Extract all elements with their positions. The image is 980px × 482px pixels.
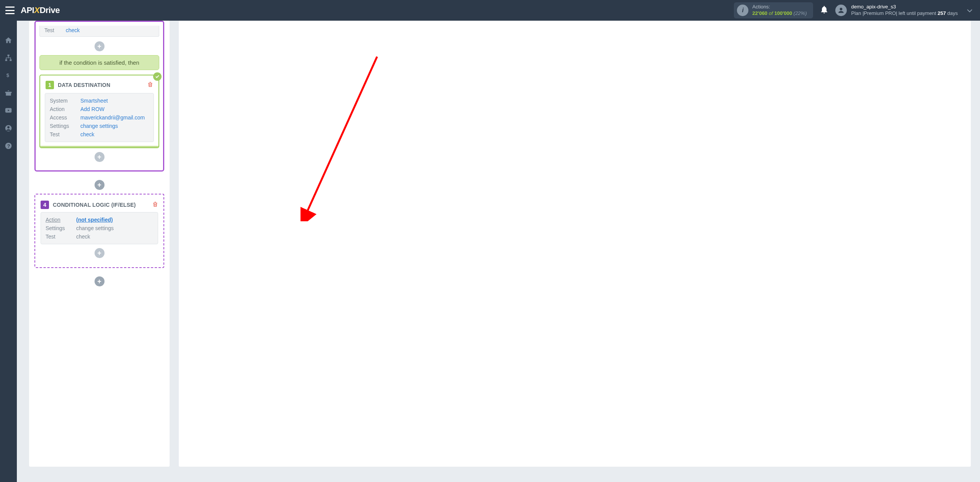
step-number-badge: 4 [41,201,49,209]
actions-pct: (22%) [794,10,807,16]
detail-panel [179,21,971,467]
system-link[interactable]: Smartsheet [80,98,149,104]
row-label: Test [44,27,54,33]
check-badge-icon [153,72,162,81]
menu-toggle[interactable] [5,7,15,14]
user-icon[interactable] [4,124,13,132]
test-link[interactable]: check [76,234,153,240]
settings-link[interactable]: change settings [80,123,149,129]
condition-group-card: Test check + if the condition is satisfi… [34,21,164,172]
actions-current: 22'060 [752,10,767,16]
help-icon[interactable]: ? [4,142,13,150]
logo-api: API [21,5,34,15]
add-step-button[interactable]: + [95,152,105,162]
test-link[interactable]: check [80,131,149,137]
actions-label: Actions: [752,4,807,10]
sitemap-icon[interactable] [4,54,13,62]
field-label: Test [46,234,76,240]
add-group-button[interactable]: + [95,180,105,190]
app-header: APIXDrive i Actions: 22'060 of 100'000 (… [0,0,980,21]
svg-rect-1 [8,55,10,56]
field-label: Settings [50,123,80,129]
actions-counter[interactable]: i Actions: 22'060 of 100'000 (22%) [734,2,813,18]
annotation-arrow [301,53,385,221]
logo-x: X [34,5,39,15]
home-icon[interactable] [4,36,13,44]
condition-label: if the condition is satisfied, then [39,55,159,70]
conditional-fields: Action (not specified) Settings change s… [41,212,158,244]
field-label: Access [50,114,80,121]
user-menu[interactable]: demo_apix-drive_s3 Plan |Premium PRO| le… [835,4,973,17]
destination-fields: System Smartsheet Action Add ROW Access … [45,93,154,142]
info-icon: i [737,5,748,16]
sidebar: $ ? [0,21,17,482]
actions-total: 100'000 [774,10,792,16]
svg-point-7 [7,126,10,129]
svg-line-11 [306,57,377,214]
action-link[interactable]: Add ROW [80,106,149,112]
svg-rect-3 [10,59,11,61]
field-label: Action [46,217,76,223]
logo-drive: Drive [39,5,60,15]
card-title: CONDITIONAL LOGIC (IF/ELSE) [53,202,136,208]
chevron-down-icon [967,7,972,14]
settings-link[interactable]: change settings [76,225,153,231]
user-name: demo_apix-drive_s3 [851,4,958,10]
step-number-badge: 1 [46,81,54,89]
add-step-button[interactable]: + [95,41,105,51]
partial-test-row: Test check [39,26,159,37]
check-link[interactable]: check [66,27,80,33]
flow-panel: Test check + if the condition is satisfi… [29,21,170,467]
field-label: Test [50,131,80,137]
logo[interactable]: APIXDrive [21,5,60,15]
add-group-button[interactable]: + [95,276,105,286]
access-link[interactable]: maverickandrii@gmail.com [80,114,149,121]
conditional-logic-card[interactable]: 4 CONDITIONAL LOGIC (IF/ELSE) Action (no… [34,194,164,268]
delete-button[interactable] [147,81,153,89]
svg-rect-2 [5,59,7,61]
field-label: Settings [46,225,76,231]
field-label: System [50,98,80,104]
field-label: Action [50,106,80,112]
add-step-button[interactable]: + [95,248,105,258]
svg-text:$: $ [7,72,9,78]
briefcase-icon[interactable] [4,89,13,97]
actions-of: of [769,10,773,16]
notifications-icon[interactable] [821,6,828,15]
youtube-icon[interactable] [4,106,13,115]
svg-text:?: ? [7,144,10,149]
delete-button[interactable] [152,201,158,209]
svg-point-0 [840,8,842,10]
dollar-icon[interactable]: $ [4,71,13,80]
avatar-icon [835,5,847,16]
data-destination-card[interactable]: 1 DATA DESTINATION System Smartsheet [39,75,159,148]
main-content: Test check + if the condition is satisfi… [17,21,980,482]
user-plan: Plan |Premium PRO| left until payment 25… [851,10,958,17]
card-title: DATA DESTINATION [58,82,110,88]
action-not-specified-link[interactable]: (not specified) [76,217,153,223]
